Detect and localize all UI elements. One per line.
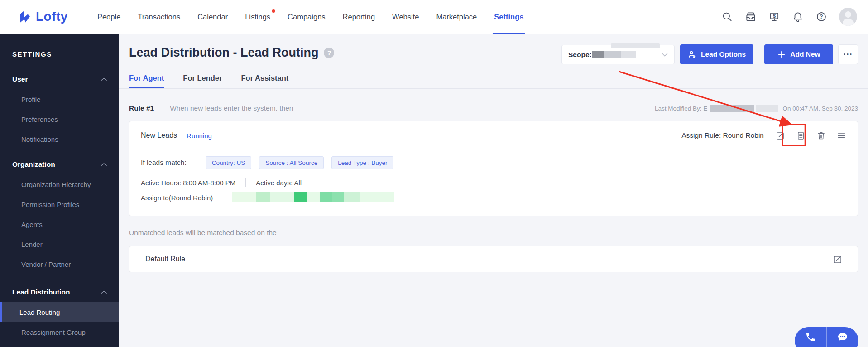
- delete-icon[interactable]: [816, 131, 826, 140]
- rule-actions: [776, 131, 846, 140]
- lead-options-label: Lead Options: [701, 50, 746, 58]
- copy-icon[interactable]: [796, 131, 806, 140]
- sidebar-section-label: User: [12, 75, 28, 83]
- notifications-bell-icon[interactable]: [792, 11, 804, 23]
- nav-item-listings[interactable]: Listings: [236, 0, 279, 34]
- tabs-divider: [119, 88, 868, 89]
- redacted-modifier-name: [710, 105, 754, 112]
- tab-for-agent[interactable]: For Agent: [129, 74, 164, 88]
- phone-icon: [805, 332, 816, 342]
- sidebar-section-label: Lead Distribution: [12, 288, 70, 296]
- nav-item-people[interactable]: People: [89, 0, 129, 34]
- sidebar-item-reassignment-group[interactable]: Reassignment Group: [0, 322, 119, 342]
- rule-hours-row: Active Hours: 8:00 AM-8:00 PM Active day…: [141, 178, 302, 187]
- sidebar-item-notifications[interactable]: Notifications: [0, 129, 119, 149]
- last-modified-date: On 00:47 AM, Sep 30, 2023: [782, 105, 858, 112]
- nav-menu: People Transactions Calendar Listings Ca…: [89, 0, 532, 34]
- nav-item-settings[interactable]: Settings: [485, 0, 532, 34]
- active-hours-text: Active Hours: 8:00 AM-8:00 PM: [141, 179, 235, 187]
- sidebar-title: SETTINGS: [12, 50, 119, 59]
- nav-actions: $ ?: [721, 8, 857, 26]
- nav-active-underline: [493, 33, 525, 34]
- redacted-scope-value: [592, 51, 636, 58]
- filter-chips: Country: US Source : All Source Lead Typ…: [206, 156, 394, 169]
- sidebar-section-lead-distribution[interactable]: Lead Distribution: [0, 286, 119, 299]
- rule-description: When new leads enter the system, then: [170, 104, 293, 112]
- sidebar-section-label: Organization: [12, 160, 55, 169]
- sidebar-item-agents[interactable]: Agents: [0, 214, 119, 234]
- rule-number: Rule #1: [129, 104, 154, 112]
- chat-button[interactable]: [827, 327, 858, 347]
- active-days-text: Active days: All: [256, 179, 302, 187]
- nav-item-marketplace[interactable]: Marketplace: [427, 0, 485, 34]
- nav-item-website[interactable]: Website: [384, 0, 427, 34]
- sidebar-item-lead-routing[interactable]: Lead Routing: [0, 302, 119, 322]
- edit-icon[interactable]: [776, 131, 785, 140]
- sidebar-item-permission-profiles[interactable]: Permission Profiles: [0, 194, 119, 214]
- avatar-placeholder-icon: [839, 8, 857, 26]
- billing-icon[interactable]: $: [768, 11, 780, 23]
- vertical-divider: [245, 178, 246, 187]
- nav-item-label: Listings: [245, 13, 270, 21]
- nav-item-reporting[interactable]: Reporting: [334, 0, 384, 34]
- last-modified: Last Modified By: E On 00:47 AM, Sep 30,…: [655, 105, 858, 112]
- call-button[interactable]: [795, 327, 826, 347]
- scope-dropdown[interactable]: Scope:: [561, 45, 675, 64]
- sidebar-item-profile[interactable]: Profile: [0, 89, 119, 109]
- redacted-modifier-name-2: [756, 105, 778, 112]
- svg-text:?: ?: [820, 14, 823, 20]
- lofty-logo[interactable]: Lofty: [18, 10, 68, 24]
- page-title: Lead Distribution - Lead Routing: [129, 46, 318, 60]
- chevron-up-icon: [101, 163, 107, 166]
- rule-assign-row: Assign to(Round Robin): [141, 192, 213, 203]
- sidebar-item-preferences[interactable]: Preferences: [0, 109, 119, 129]
- lofty-logo-icon: [18, 10, 32, 24]
- sidebar-item-lender[interactable]: Lender: [0, 234, 119, 254]
- nav-item-transactions[interactable]: Transactions: [129, 0, 189, 34]
- user-avatar[interactable]: [839, 8, 857, 26]
- tabs-bar: For Agent For Lender For Assistant: [129, 74, 288, 88]
- assign-rule-text: Assign Rule: Round Robin: [681, 131, 764, 140]
- sidebar-user-items: Profile Preferences Notifications: [0, 89, 119, 149]
- sidebar-lead-distribution-items: Lead Routing Reassignment Group: [0, 302, 119, 342]
- chip-country[interactable]: Country: US: [206, 156, 252, 169]
- tab-for-assistant[interactable]: For Assistant: [241, 74, 288, 88]
- sidebar-item-organization-hierarchy[interactable]: Organization Hierarchy: [0, 174, 119, 194]
- add-new-label: Add New: [790, 50, 820, 58]
- main-content: Lead Distribution - Lead Routing ? Scope…: [119, 34, 868, 347]
- rule-status-link[interactable]: Running: [187, 132, 212, 140]
- chevron-up-icon: [101, 77, 107, 81]
- chevron-up-icon: [101, 290, 107, 294]
- settings-sidebar: SETTINGS User Profile Preferences Notifi…: [0, 34, 119, 347]
- rule-name: New Leads: [141, 131, 177, 140]
- chip-lead-type[interactable]: Lead Type : Buyer: [331, 156, 393, 169]
- inbox-icon[interactable]: [745, 11, 757, 23]
- tab-for-lender[interactable]: For Lender: [183, 74, 222, 88]
- more-options-button[interactable]: ···: [838, 44, 858, 64]
- rule-match-row: If leads match: Country: US Source : All…: [141, 156, 393, 169]
- edit-icon[interactable]: [833, 255, 843, 264]
- title-help-icon[interactable]: ?: [324, 48, 334, 58]
- svg-text:$: $: [773, 14, 776, 19]
- nav-item-calendar[interactable]: Calendar: [189, 0, 236, 34]
- chip-source[interactable]: Source : All Source: [259, 156, 324, 169]
- nav-item-campaigns[interactable]: Campaigns: [279, 0, 334, 34]
- top-nav: Lofty People Transactions Calendar Listi…: [0, 0, 868, 34]
- search-icon[interactable]: [721, 11, 733, 23]
- lead-options-button[interactable]: Lead Options: [680, 44, 753, 64]
- app-root: Lofty People Transactions Calendar Listi…: [0, 0, 868, 347]
- sidebar-item-vendor-partner[interactable]: Vendor / Partner: [0, 254, 119, 274]
- person-gear-icon: [688, 50, 697, 59]
- default-rule-card: Default Rule: [129, 246, 858, 272]
- page-header: Lead Distribution - Lead Routing ?: [129, 46, 334, 60]
- sidebar-section-user[interactable]: User: [0, 73, 119, 86]
- add-new-button[interactable]: Add New: [764, 44, 833, 64]
- sidebar-section-organization[interactable]: Organization: [0, 158, 119, 171]
- drag-handle-icon[interactable]: [837, 131, 846, 140]
- assign-to-label: Assign to(Round Robin): [141, 194, 213, 202]
- help-icon[interactable]: ?: [815, 11, 827, 23]
- contact-widget: [795, 327, 858, 347]
- last-modified-prefix: Last Modified By: E: [655, 105, 707, 112]
- brand-name: Lofty: [36, 10, 68, 24]
- annotation-arrow: [619, 72, 790, 124]
